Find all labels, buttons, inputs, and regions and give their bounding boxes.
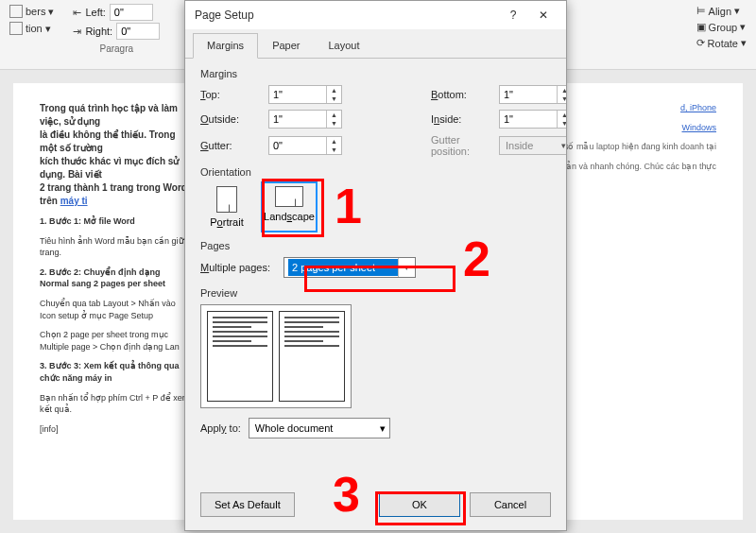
indent-right-input[interactable] [116, 23, 160, 40]
preview-box [200, 304, 352, 408]
preview-fieldset: Preview [200, 287, 551, 408]
inside-label: Inside: [431, 113, 493, 125]
portrait-label: Portrait [210, 216, 243, 228]
ok-button[interactable]: OK [379, 492, 460, 517]
apply-to-value: Whole document [255, 422, 334, 434]
margins-fieldset: Margins Top: ▲▼ Bottom: ▲▼ Outside: ▲▼ I… [200, 68, 566, 157]
close-button[interactable]: ✕ [530, 5, 557, 26]
pages-legend: Pages [200, 240, 551, 251]
spin-up-icon[interactable]: ▲ [327, 86, 341, 95]
help-button[interactable]: ? [500, 5, 526, 26]
dialog-title: Page Setup [195, 9, 254, 22]
indent-right-icon: ⇥ [73, 26, 81, 38]
landscape-label: Landscape [264, 211, 315, 222]
cancel-button[interactable]: Cancel [470, 492, 551, 517]
ribbon-group-indent: ⇤ Left: ⇥ Right: Paragra [73, 4, 160, 65]
outside-label: Outside: [200, 113, 263, 125]
page-setup-dialog: Page Setup ? ✕ Margins Paper Layout Marg… [184, 0, 567, 531]
doc-link-r2[interactable]: Windows [681, 123, 716, 132]
indent-left-input[interactable] [110, 4, 153, 21]
top-input[interactable]: ▲▼ [268, 85, 342, 104]
tab-margins[interactable]: Margins [193, 33, 258, 59]
chevron-down-icon[interactable]: ▾ [398, 258, 415, 277]
outside-input[interactable]: ▲▼ [268, 110, 342, 129]
multiple-pages-select[interactable]: 2 pages per sheet ▾ [284, 257, 416, 278]
orientation-landscape[interactable]: Landscape [263, 183, 316, 231]
group-menu[interactable]: ▣ Group ▾ [695, 20, 748, 34]
preview-legend: Preview [200, 287, 551, 299]
ribbon-numbers[interactable]: bers ▾ [8, 4, 56, 19]
multiple-pages-value: 2 pages per sheet [288, 259, 398, 276]
bottom-input[interactable]: ▲▼ [499, 85, 566, 104]
dialog-footer: Set As Default OK Cancel [185, 483, 566, 530]
tab-paper[interactable]: Paper [258, 33, 314, 58]
multiple-pages-label: Multiple pages: [200, 262, 270, 273]
doc-link[interactable]: máy ti [60, 196, 88, 206]
doc-par: Trong quá trình học tập và làm việc, sử … [40, 102, 191, 208]
bottom-label: Bottom: [431, 89, 493, 100]
indent-right-label: Right: [85, 26, 112, 37]
rotate-menu[interactable]: ⟳ Rotate ▾ [695, 36, 748, 50]
gutter-input[interactable]: ▲▼ [268, 136, 342, 155]
ribbon-arrange: ⊨ Align ▾ ▣ Group ▾ ⟳ Rotate ▾ [695, 4, 748, 65]
spin-down-icon[interactable]: ▼ [327, 95, 341, 103]
orientation-portrait[interactable]: Portrait [200, 183, 253, 231]
chevron-down-icon: ▾ [561, 141, 566, 150]
chevron-down-icon[interactable]: ▾ [380, 422, 386, 435]
apply-to-label: Apply to: [200, 422, 241, 434]
doc-link-r1[interactable]: d, iPhone [680, 103, 716, 112]
indent-left-icon: ⇤ [73, 7, 81, 19]
ribbon-orientation[interactable]: tion ▾ [8, 21, 56, 36]
margins-legend: Margins [200, 68, 566, 79]
gutter-pos-select: Inside▾ [499, 136, 566, 155]
ribbon-group-title: Paragra [73, 43, 160, 54]
dialog-titlebar[interactable]: Page Setup ? ✕ [185, 1, 566, 29]
orientation-fieldset: Orientation Portrait Landscape [200, 166, 551, 231]
tab-row: Margins Paper Layout [185, 29, 566, 59]
indent-left-label: Left: [85, 7, 105, 18]
tab-layout[interactable]: Layout [314, 33, 373, 58]
ribbon-group-list: bers ▾ tion ▾ [8, 4, 56, 65]
align-menu[interactable]: ⊨ Align ▾ [695, 4, 748, 18]
gutter-label: Gutter: [200, 140, 263, 151]
set-as-default-button[interactable]: Set As Default [200, 492, 295, 517]
apply-to-select[interactable]: Whole document ▾ [249, 418, 390, 438]
top-label: Top: [200, 89, 263, 100]
inside-input[interactable]: ▲▼ [499, 110, 566, 129]
gutter-pos-label: Gutter position: [431, 134, 493, 157]
orientation-legend: Orientation [200, 166, 551, 178]
pages-fieldset: Pages Multiple pages: 2 pages per sheet … [200, 240, 551, 278]
